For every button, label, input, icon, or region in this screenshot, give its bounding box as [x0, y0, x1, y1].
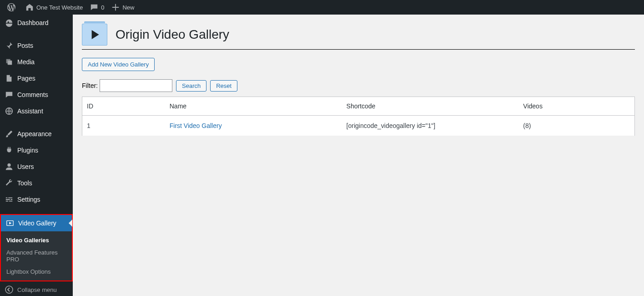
- menu-posts[interactable]: Posts: [0, 37, 73, 54]
- submenu-lightbox-options[interactable]: Lightbox Options: [1, 265, 72, 278]
- dashboard-icon: [5, 18, 14, 27]
- add-new-gallery-button[interactable]: Add New Video Gallery: [82, 58, 155, 71]
- admin-sidebar: Dashboard Posts Media Pages Comments Ass…: [0, 15, 73, 296]
- media-icon: [5, 57, 14, 66]
- site-name-link[interactable]: One Test Website: [22, 0, 86, 15]
- col-id: ID: [82, 97, 165, 116]
- menu-plugins[interactable]: Plugins: [0, 142, 73, 158]
- admin-bar: One Test Website 0 New: [0, 0, 644, 15]
- svg-point-1: [7, 163, 10, 167]
- svg-point-3: [5, 286, 13, 293]
- menu-label: Assistant: [17, 107, 43, 115]
- new-content-link[interactable]: New: [108, 0, 138, 15]
- brush-icon: [5, 129, 14, 138]
- menu-assistant[interactable]: Assistant: [0, 103, 73, 119]
- menu-label: Users: [17, 163, 34, 170]
- menu-label: Video Gallery: [18, 219, 56, 227]
- main-content: Origin Video Gallery Add New Video Galle…: [73, 15, 644, 296]
- page-title: Origin Video Gallery: [116, 27, 229, 42]
- cell-name: First Video Gallery: [165, 116, 342, 136]
- menu-tools[interactable]: Tools: [0, 175, 73, 191]
- menu-pages[interactable]: Pages: [0, 70, 73, 87]
- filter-label: Filter:: [82, 82, 98, 89]
- menu-dashboard[interactable]: Dashboard: [0, 15, 73, 31]
- menu-label: Dashboard: [17, 19, 49, 26]
- collapse-icon: [5, 285, 14, 294]
- plus-icon: [111, 3, 120, 11]
- menu-label: Settings: [17, 196, 40, 203]
- search-button[interactable]: Search: [176, 80, 206, 92]
- menu-label: Appearance: [17, 130, 52, 138]
- comment-icon: [5, 90, 14, 99]
- plug-icon: [5, 146, 14, 155]
- filter-input[interactable]: [100, 79, 172, 92]
- menu-label: Tools: [17, 179, 32, 187]
- page-icon: [5, 74, 14, 83]
- menu-appearance[interactable]: Appearance: [0, 126, 73, 142]
- menu-label: Pages: [17, 75, 35, 82]
- cell-id: 1: [82, 116, 165, 136]
- video-gallery-submenu: Video Galleries Advanced Features PRO Li…: [1, 231, 72, 281]
- col-videos: Videos: [518, 97, 634, 116]
- globe-icon: [5, 107, 14, 116]
- menu-video-gallery[interactable]: Video Gallery: [1, 215, 72, 231]
- plugin-logo-icon: [82, 24, 107, 46]
- gallery-name-link[interactable]: First Video Gallery: [170, 122, 222, 129]
- menu-comments[interactable]: Comments: [0, 87, 73, 103]
- site-name-text: One Test Website: [36, 4, 83, 11]
- page-header: Origin Video Gallery: [82, 24, 635, 50]
- table-header-row: ID Name Shortcode Videos: [82, 97, 635, 116]
- menu-media[interactable]: Media: [0, 54, 73, 70]
- video-gallery-highlight: Video Gallery Video Galleries Advanced F…: [0, 214, 73, 281]
- reset-button[interactable]: Reset: [210, 80, 237, 92]
- menu-settings[interactable]: Settings: [0, 191, 73, 208]
- user-icon: [5, 162, 14, 171]
- comments-count: 0: [101, 4, 104, 11]
- wrench-icon: [5, 179, 14, 188]
- comment-icon: [90, 3, 98, 11]
- col-shortcode: Shortcode: [342, 97, 519, 116]
- col-name: Name: [165, 97, 342, 116]
- pin-icon: [5, 41, 14, 50]
- cell-videos: (8): [518, 116, 634, 136]
- sliders-icon: [5, 195, 14, 204]
- menu-label: Media: [17, 58, 35, 66]
- menu-label: Posts: [17, 42, 33, 49]
- new-label: New: [122, 4, 134, 11]
- wordpress-icon: [7, 3, 15, 11]
- home-icon: [25, 3, 34, 11]
- play-icon: [5, 219, 15, 228]
- menu-label: Plugins: [17, 147, 38, 154]
- comments-link[interactable]: 0: [86, 0, 108, 15]
- filter-row: Filter: Search Reset: [82, 79, 635, 92]
- menu-label: Comments: [17, 91, 48, 98]
- wp-logo[interactable]: [4, 0, 22, 15]
- cell-shortcode: [origincode_videogallery id="1"]: [342, 116, 519, 136]
- collapse-menu[interactable]: Collapse menu: [0, 281, 73, 296]
- submenu-video-galleries[interactable]: Video Galleries: [1, 234, 72, 246]
- collapse-label: Collapse menu: [17, 286, 57, 293]
- table-row[interactable]: 1 First Video Gallery [origincode_videog…: [82, 116, 635, 136]
- galleries-table: ID Name Shortcode Videos 1 First Video G…: [82, 97, 635, 136]
- menu-users[interactable]: Users: [0, 158, 73, 175]
- submenu-advanced-features[interactable]: Advanced Features PRO: [1, 246, 72, 265]
